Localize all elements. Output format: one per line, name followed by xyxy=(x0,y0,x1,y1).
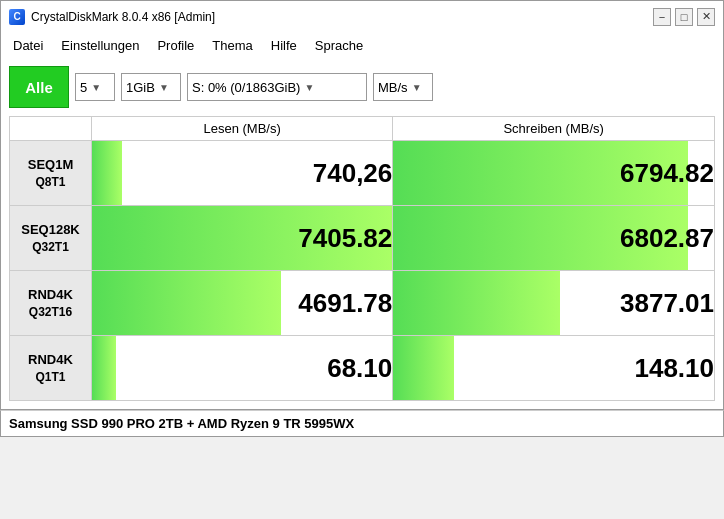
read-value-cell: 4691.78 xyxy=(92,271,393,336)
main-window: Alle 5 ▼ 1GiB ▼ S: 0% (0/1863GiB) ▼ MB/s… xyxy=(0,58,724,410)
window-controls: − □ ✕ xyxy=(653,8,715,26)
title-bar: C CrystalDiskMark 8.0.4 x86 [Admin] − □ … xyxy=(0,0,724,32)
status-text: Samsung SSD 990 PRO 2TB + AMD Ryzen 9 TR… xyxy=(9,416,354,431)
write-value-cell: 6802.87 xyxy=(393,206,715,271)
read-value-cell: 740,26 xyxy=(92,141,393,206)
table-row: SEQ1MQ8T1 740,26 6794.82 xyxy=(10,141,715,206)
read-header: Lesen (MB/s) xyxy=(92,117,393,141)
write-value-cell: 148.10 xyxy=(393,336,715,401)
menu-bar: Datei Einstellungen Profile Thema Hilfe … xyxy=(0,32,724,58)
maximize-button[interactable]: □ xyxy=(675,8,693,26)
status-bar: Samsung SSD 990 PRO 2TB + AMD Ryzen 9 TR… xyxy=(0,410,724,437)
label-header xyxy=(10,117,92,141)
menu-einstellungen[interactable]: Einstellungen xyxy=(53,36,147,55)
row-label: SEQ1MQ8T1 xyxy=(10,141,92,206)
loops-dropdown[interactable]: 5 ▼ xyxy=(75,73,115,101)
window-title: CrystalDiskMark 8.0.4 x86 [Admin] xyxy=(31,10,215,24)
size-value: 1GiB xyxy=(126,80,155,95)
write-value-cell: 3877.01 xyxy=(393,271,715,336)
menu-sprache[interactable]: Sprache xyxy=(307,36,371,55)
benchmark-table: Lesen (MB/s) Schreiben (MB/s) SEQ1MQ8T1 … xyxy=(9,116,715,401)
read-value-cell: 7405.82 xyxy=(92,206,393,271)
row-label: SEQ128KQ32T1 xyxy=(10,206,92,271)
toolbar: Alle 5 ▼ 1GiB ▼ S: 0% (0/1863GiB) ▼ MB/s… xyxy=(9,66,715,108)
unit-value: MB/s xyxy=(378,80,408,95)
drive-arrow-icon: ▼ xyxy=(304,82,314,93)
table-row: SEQ128KQ32T1 7405.82 6802.87 xyxy=(10,206,715,271)
unit-arrow-icon: ▼ xyxy=(412,82,422,93)
row-label: RND4KQ32T16 xyxy=(10,271,92,336)
loops-value: 5 xyxy=(80,80,87,95)
app-icon: C xyxy=(9,9,25,25)
minimize-button[interactable]: − xyxy=(653,8,671,26)
table-row: RND4KQ1T1 68.10 148.10 xyxy=(10,336,715,401)
menu-datei[interactable]: Datei xyxy=(5,36,51,55)
drive-dropdown[interactable]: S: 0% (0/1863GiB) ▼ xyxy=(187,73,367,101)
write-value-cell: 6794.82 xyxy=(393,141,715,206)
loops-arrow-icon: ▼ xyxy=(91,82,101,93)
size-dropdown[interactable]: 1GiB ▼ xyxy=(121,73,181,101)
write-header: Schreiben (MB/s) xyxy=(393,117,715,141)
menu-hilfe[interactable]: Hilfe xyxy=(263,36,305,55)
unit-dropdown[interactable]: MB/s ▼ xyxy=(373,73,433,101)
menu-thema[interactable]: Thema xyxy=(204,36,260,55)
size-arrow-icon: ▼ xyxy=(159,82,169,93)
all-button[interactable]: Alle xyxy=(9,66,69,108)
row-label: RND4KQ1T1 xyxy=(10,336,92,401)
table-row: RND4KQ32T16 4691.78 3877.01 xyxy=(10,271,715,336)
read-value-cell: 68.10 xyxy=(92,336,393,401)
drive-value: S: 0% (0/1863GiB) xyxy=(192,80,300,95)
close-button[interactable]: ✕ xyxy=(697,8,715,26)
title-bar-left: C CrystalDiskMark 8.0.4 x86 [Admin] xyxy=(9,9,215,25)
menu-profile[interactable]: Profile xyxy=(149,36,202,55)
